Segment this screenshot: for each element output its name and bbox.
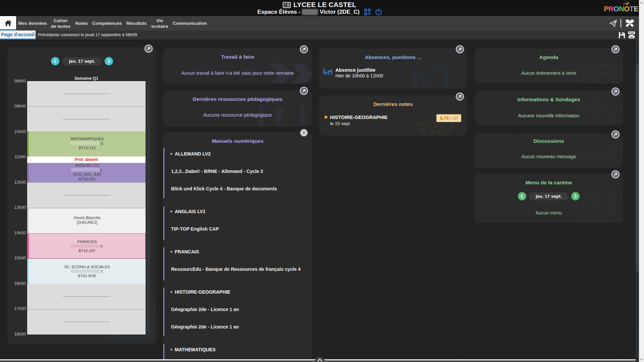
svg-text:PDF: PDF (629, 32, 634, 35)
